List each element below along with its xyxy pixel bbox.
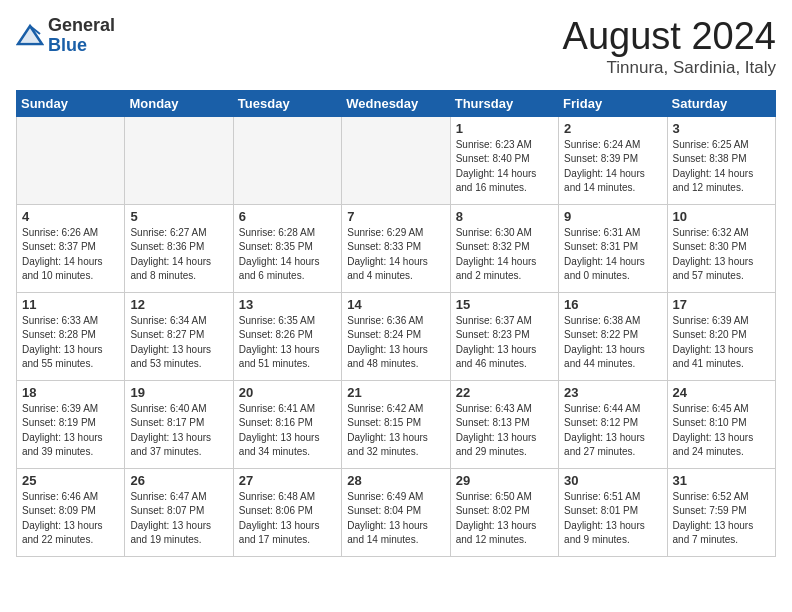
day-info: Sunrise: 6:37 AM Sunset: 8:23 PM Dayligh…	[456, 314, 553, 372]
day-number: 17	[673, 297, 770, 312]
day-info: Sunrise: 6:48 AM Sunset: 8:06 PM Dayligh…	[239, 490, 336, 548]
day-info: Sunrise: 6:27 AM Sunset: 8:36 PM Dayligh…	[130, 226, 227, 284]
day-number: 1	[456, 121, 553, 136]
calendar-day-cell: 5Sunrise: 6:27 AM Sunset: 8:36 PM Daylig…	[125, 204, 233, 292]
logo-icon	[16, 22, 44, 50]
day-number: 20	[239, 385, 336, 400]
day-info: Sunrise: 6:46 AM Sunset: 8:09 PM Dayligh…	[22, 490, 119, 548]
day-info: Sunrise: 6:40 AM Sunset: 8:17 PM Dayligh…	[130, 402, 227, 460]
calendar-day-cell: 28Sunrise: 6:49 AM Sunset: 8:04 PM Dayli…	[342, 468, 450, 556]
title-block: August 2024 Tinnura, Sardinia, Italy	[563, 16, 776, 78]
day-info: Sunrise: 6:39 AM Sunset: 8:19 PM Dayligh…	[22, 402, 119, 460]
day-number: 29	[456, 473, 553, 488]
calendar-day-cell: 20Sunrise: 6:41 AM Sunset: 8:16 PM Dayli…	[233, 380, 341, 468]
day-number: 7	[347, 209, 444, 224]
day-number: 24	[673, 385, 770, 400]
calendar-day-cell: 8Sunrise: 6:30 AM Sunset: 8:32 PM Daylig…	[450, 204, 558, 292]
day-info: Sunrise: 6:25 AM Sunset: 8:38 PM Dayligh…	[673, 138, 770, 196]
day-info: Sunrise: 6:50 AM Sunset: 8:02 PM Dayligh…	[456, 490, 553, 548]
calendar-header: SundayMondayTuesdayWednesdayThursdayFrid…	[17, 90, 776, 116]
logo-general: General	[48, 16, 115, 36]
calendar-day-cell: 13Sunrise: 6:35 AM Sunset: 8:26 PM Dayli…	[233, 292, 341, 380]
calendar-day-cell: 25Sunrise: 6:46 AM Sunset: 8:09 PM Dayli…	[17, 468, 125, 556]
day-info: Sunrise: 6:23 AM Sunset: 8:40 PM Dayligh…	[456, 138, 553, 196]
day-info: Sunrise: 6:28 AM Sunset: 8:35 PM Dayligh…	[239, 226, 336, 284]
day-info: Sunrise: 6:24 AM Sunset: 8:39 PM Dayligh…	[564, 138, 661, 196]
logo: General Blue	[16, 16, 115, 56]
day-number: 6	[239, 209, 336, 224]
weekday-header: Friday	[559, 90, 667, 116]
day-number: 12	[130, 297, 227, 312]
logo-text: General Blue	[48, 16, 115, 56]
day-number: 22	[456, 385, 553, 400]
day-number: 28	[347, 473, 444, 488]
day-number: 14	[347, 297, 444, 312]
calendar-table: SundayMondayTuesdayWednesdayThursdayFrid…	[16, 90, 776, 557]
day-number: 19	[130, 385, 227, 400]
calendar-day-cell: 6Sunrise: 6:28 AM Sunset: 8:35 PM Daylig…	[233, 204, 341, 292]
day-info: Sunrise: 6:31 AM Sunset: 8:31 PM Dayligh…	[564, 226, 661, 284]
calendar-day-cell: 7Sunrise: 6:29 AM Sunset: 8:33 PM Daylig…	[342, 204, 450, 292]
calendar-week-row: 1Sunrise: 6:23 AM Sunset: 8:40 PM Daylig…	[17, 116, 776, 204]
day-info: Sunrise: 6:49 AM Sunset: 8:04 PM Dayligh…	[347, 490, 444, 548]
page-header: General Blue August 2024 Tinnura, Sardin…	[16, 16, 776, 78]
day-number: 2	[564, 121, 661, 136]
calendar-day-cell	[17, 116, 125, 204]
day-number: 25	[22, 473, 119, 488]
day-info: Sunrise: 6:52 AM Sunset: 7:59 PM Dayligh…	[673, 490, 770, 548]
day-info: Sunrise: 6:39 AM Sunset: 8:20 PM Dayligh…	[673, 314, 770, 372]
calendar-day-cell: 21Sunrise: 6:42 AM Sunset: 8:15 PM Dayli…	[342, 380, 450, 468]
weekday-header: Saturday	[667, 90, 775, 116]
location-title: Tinnura, Sardinia, Italy	[563, 58, 776, 78]
calendar-day-cell: 11Sunrise: 6:33 AM Sunset: 8:28 PM Dayli…	[17, 292, 125, 380]
day-number: 26	[130, 473, 227, 488]
calendar-day-cell: 17Sunrise: 6:39 AM Sunset: 8:20 PM Dayli…	[667, 292, 775, 380]
day-info: Sunrise: 6:41 AM Sunset: 8:16 PM Dayligh…	[239, 402, 336, 460]
day-info: Sunrise: 6:34 AM Sunset: 8:27 PM Dayligh…	[130, 314, 227, 372]
weekday-header: Sunday	[17, 90, 125, 116]
day-number: 3	[673, 121, 770, 136]
calendar-week-row: 4Sunrise: 6:26 AM Sunset: 8:37 PM Daylig…	[17, 204, 776, 292]
day-number: 13	[239, 297, 336, 312]
calendar-day-cell: 27Sunrise: 6:48 AM Sunset: 8:06 PM Dayli…	[233, 468, 341, 556]
calendar-week-row: 25Sunrise: 6:46 AM Sunset: 8:09 PM Dayli…	[17, 468, 776, 556]
logo-blue: Blue	[48, 36, 115, 56]
calendar-day-cell: 10Sunrise: 6:32 AM Sunset: 8:30 PM Dayli…	[667, 204, 775, 292]
calendar-day-cell: 9Sunrise: 6:31 AM Sunset: 8:31 PM Daylig…	[559, 204, 667, 292]
calendar-day-cell: 22Sunrise: 6:43 AM Sunset: 8:13 PM Dayli…	[450, 380, 558, 468]
day-info: Sunrise: 6:43 AM Sunset: 8:13 PM Dayligh…	[456, 402, 553, 460]
day-info: Sunrise: 6:51 AM Sunset: 8:01 PM Dayligh…	[564, 490, 661, 548]
day-number: 31	[673, 473, 770, 488]
calendar-body: 1Sunrise: 6:23 AM Sunset: 8:40 PM Daylig…	[17, 116, 776, 556]
calendar-week-row: 11Sunrise: 6:33 AM Sunset: 8:28 PM Dayli…	[17, 292, 776, 380]
calendar-day-cell: 26Sunrise: 6:47 AM Sunset: 8:07 PM Dayli…	[125, 468, 233, 556]
day-info: Sunrise: 6:32 AM Sunset: 8:30 PM Dayligh…	[673, 226, 770, 284]
day-info: Sunrise: 6:26 AM Sunset: 8:37 PM Dayligh…	[22, 226, 119, 284]
day-info: Sunrise: 6:42 AM Sunset: 8:15 PM Dayligh…	[347, 402, 444, 460]
calendar-day-cell: 16Sunrise: 6:38 AM Sunset: 8:22 PM Dayli…	[559, 292, 667, 380]
weekday-header: Monday	[125, 90, 233, 116]
weekday-row: SundayMondayTuesdayWednesdayThursdayFrid…	[17, 90, 776, 116]
day-number: 9	[564, 209, 661, 224]
calendar-day-cell: 18Sunrise: 6:39 AM Sunset: 8:19 PM Dayli…	[17, 380, 125, 468]
day-number: 5	[130, 209, 227, 224]
day-info: Sunrise: 6:45 AM Sunset: 8:10 PM Dayligh…	[673, 402, 770, 460]
calendar-day-cell: 15Sunrise: 6:37 AM Sunset: 8:23 PM Dayli…	[450, 292, 558, 380]
calendar-day-cell	[233, 116, 341, 204]
calendar-day-cell	[342, 116, 450, 204]
day-info: Sunrise: 6:35 AM Sunset: 8:26 PM Dayligh…	[239, 314, 336, 372]
day-number: 18	[22, 385, 119, 400]
day-number: 10	[673, 209, 770, 224]
weekday-header: Tuesday	[233, 90, 341, 116]
calendar-day-cell: 12Sunrise: 6:34 AM Sunset: 8:27 PM Dayli…	[125, 292, 233, 380]
calendar-week-row: 18Sunrise: 6:39 AM Sunset: 8:19 PM Dayli…	[17, 380, 776, 468]
calendar-day-cell: 29Sunrise: 6:50 AM Sunset: 8:02 PM Dayli…	[450, 468, 558, 556]
day-info: Sunrise: 6:47 AM Sunset: 8:07 PM Dayligh…	[130, 490, 227, 548]
calendar-day-cell: 2Sunrise: 6:24 AM Sunset: 8:39 PM Daylig…	[559, 116, 667, 204]
calendar-day-cell: 14Sunrise: 6:36 AM Sunset: 8:24 PM Dayli…	[342, 292, 450, 380]
calendar-day-cell: 30Sunrise: 6:51 AM Sunset: 8:01 PM Dayli…	[559, 468, 667, 556]
day-number: 16	[564, 297, 661, 312]
day-info: Sunrise: 6:36 AM Sunset: 8:24 PM Dayligh…	[347, 314, 444, 372]
day-info: Sunrise: 6:30 AM Sunset: 8:32 PM Dayligh…	[456, 226, 553, 284]
day-number: 23	[564, 385, 661, 400]
